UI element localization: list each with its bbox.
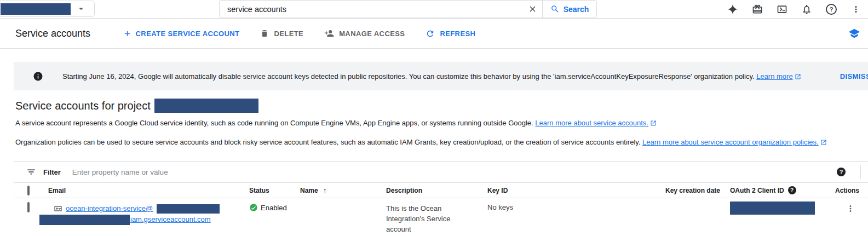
intro-paragraph: A service account represents a Google Cl… — [0, 119, 868, 127]
top-app-bar: Search ? — [0, 0, 868, 19]
help-icon[interactable]: ? — [826, 4, 837, 15]
column-header-name-label: Name — [300, 187, 318, 194]
learn-more-service-accounts-link[interactable]: Learn more about service accounts. — [535, 119, 648, 127]
column-header-key-id[interactable]: Key ID — [487, 187, 665, 194]
service-accounts-table: Filter ? Email Status Name ↑ Description… — [14, 161, 868, 236]
email-domain-redacted — [157, 204, 220, 214]
column-header-actions: Actions — [832, 187, 868, 194]
description-cell: This is the Ocean Integration's Service … — [386, 203, 487, 234]
enabled-check-icon — [249, 203, 258, 212]
oauth-client-id-cell — [730, 203, 832, 215]
search-button[interactable]: Search — [543, 1, 596, 18]
cloud-shell-icon[interactable] — [777, 4, 787, 15]
page-toolbar: Service accounts + CREATE SERVICE ACCOUN… — [0, 19, 868, 49]
more-vert-icon[interactable] — [850, 4, 861, 15]
gemini-sparkle-icon[interactable] — [727, 4, 738, 15]
column-header-oauth-client-id[interactable]: OAuth 2 Client ID ? — [730, 186, 832, 194]
filter-divider — [860, 165, 861, 179]
sort-ascending-icon[interactable]: ↑ — [323, 186, 327, 195]
oauth-help-icon[interactable]: ? — [788, 186, 796, 194]
refresh-icon — [426, 29, 435, 38]
project-name-redacted — [1, 3, 71, 15]
search-icon — [550, 4, 560, 14]
notifications-bell-icon[interactable] — [801, 4, 812, 15]
learning-cap-icon[interactable] — [848, 27, 860, 39]
column-header-email[interactable]: Email — [48, 187, 249, 194]
refresh-button[interactable]: REFRESH — [426, 29, 475, 38]
select-all-checkbox[interactable] — [27, 186, 30, 195]
delete-label: DELETE — [274, 30, 303, 38]
learn-more-org-policies-link[interactable]: Learn more about service account organiz… — [642, 138, 819, 146]
banner-learn-more-link[interactable]: Learn more — [756, 72, 792, 80]
gift-icon[interactable] — [752, 4, 763, 15]
search-input[interactable] — [220, 5, 522, 14]
service-account-key-icon — [54, 204, 62, 213]
section-heading-text: Service accounts for project — [15, 100, 151, 112]
more-vert-icon — [846, 204, 855, 214]
status-badge: Enabled — [261, 204, 287, 212]
delete-button[interactable]: DELETE — [260, 29, 303, 38]
search-button-label: Search — [564, 5, 589, 14]
org-policy-paragraph: Organization policies can be used to sec… — [0, 138, 868, 146]
email-cell: ocean-integration-service@ iam.gservicea… — [48, 203, 249, 225]
banner-text: Starting June 16, 2024, Google will auto… — [62, 72, 801, 80]
table-header-row: Email Status Name ↑ Description Key ID K… — [14, 182, 868, 198]
status-cell: Enabled — [249, 203, 300, 212]
clear-search-icon[interactable] — [522, 1, 542, 18]
service-account-email-suffix[interactable]: iam.gserviceaccount.com — [130, 214, 211, 225]
topbar-icon-group: ? — [727, 0, 861, 18]
create-service-account-label: CREATE SERVICE ACCOUNT — [136, 30, 240, 38]
project-selector[interactable] — [0, 1, 95, 17]
manage-access-button[interactable]: MANAGE ACCESS — [324, 28, 405, 38]
external-link-icon — [820, 139, 827, 146]
global-search: Search — [219, 0, 597, 18]
column-header-description[interactable]: Description — [386, 187, 487, 194]
refresh-label: REFRESH — [440, 30, 475, 38]
person-add-icon — [324, 28, 334, 38]
row-actions-menu[interactable] — [832, 203, 868, 214]
plus-icon: + — [124, 28, 131, 39]
column-header-status[interactable]: Status — [249, 187, 300, 194]
key-exposure-banner: Starting June 16, 2024, Google will auto… — [14, 62, 868, 90]
table-row: ocean-integration-service@ iam.gservicea… — [14, 198, 868, 236]
external-link-icon — [795, 73, 801, 80]
column-header-key-creation-date[interactable]: Key creation date — [665, 187, 730, 194]
table-filter-bar: Filter ? — [14, 161, 868, 182]
oauth-client-id-redacted — [730, 202, 815, 215]
create-service-account-button[interactable]: + CREATE SERVICE ACCOUNT — [124, 28, 239, 39]
key-id-cell: No keys — [487, 203, 665, 211]
info-icon — [33, 71, 43, 82]
filter-help-icon[interactable]: ? — [837, 168, 846, 176]
column-header-name[interactable]: Name ↑ — [300, 186, 386, 195]
manage-access-label: MANAGE ACCESS — [339, 30, 405, 38]
service-account-email-link[interactable]: ocean-integration-service@ — [66, 203, 153, 214]
column-header-oauth-label: OAuth 2 Client ID — [730, 187, 784, 194]
filter-input[interactable] — [72, 168, 837, 176]
page-title: Service accounts — [15, 28, 90, 39]
filter-icon — [26, 167, 36, 177]
filter-label: Filter — [43, 168, 61, 176]
chevron-down-icon — [76, 4, 86, 14]
row-checkbox[interactable] — [27, 202, 30, 212]
section-heading: Service accounts for project — [15, 98, 868, 113]
trash-icon — [260, 29, 269, 38]
project-id-redacted — [154, 99, 258, 113]
dismiss-button[interactable]: DISMISS — [840, 72, 868, 80]
email-project-redacted — [39, 215, 130, 225]
external-link-icon — [650, 120, 657, 126]
